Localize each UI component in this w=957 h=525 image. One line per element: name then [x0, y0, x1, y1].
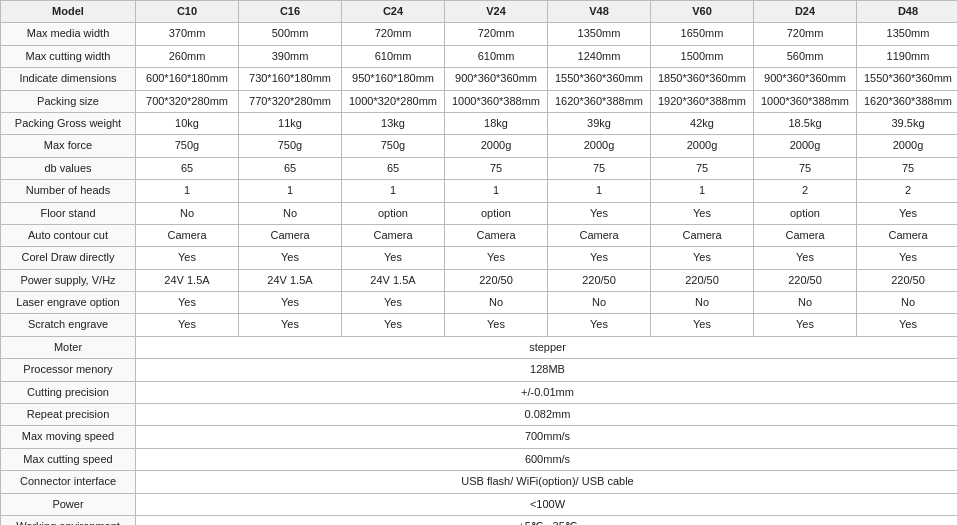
- cell-value: 1920*360*388mm: [651, 90, 754, 112]
- cell-value: Camera: [651, 224, 754, 246]
- cell-value: 1: [651, 180, 754, 202]
- table-row: Packing Gross weight10kg11kg13kg18kg39kg…: [1, 112, 958, 134]
- cell-value: 1: [548, 180, 651, 202]
- row-label: Number of heads: [1, 180, 136, 202]
- table-row: Processor menory128MB: [1, 359, 958, 381]
- cell-value: 1000*320*280mm: [342, 90, 445, 112]
- table-row: Connector interfaceUSB flash/ WiFi(optio…: [1, 471, 958, 493]
- cell-value: Camera: [136, 224, 239, 246]
- row-label: Max force: [1, 135, 136, 157]
- cell-value: 720mm: [445, 23, 548, 45]
- cell-value: 610mm: [342, 45, 445, 67]
- row-span-value: 700mm/s: [136, 426, 958, 448]
- column-header-c24: C24: [342, 1, 445, 23]
- row-label: Processor menory: [1, 359, 136, 381]
- cell-value: 1500mm: [651, 45, 754, 67]
- row-span-value: USB flash/ WiFi(option)/ USB cable: [136, 471, 958, 493]
- cell-value: No: [445, 292, 548, 314]
- cell-value: No: [651, 292, 754, 314]
- table-row: Scratch engraveYesYesYesYesYesYesYesYes: [1, 314, 958, 336]
- cell-value: 720mm: [342, 23, 445, 45]
- table-row: Repeat precision0.082mm: [1, 404, 958, 426]
- cell-value: 75: [754, 157, 857, 179]
- column-header-v48: V48: [548, 1, 651, 23]
- column-model-header: Model: [1, 1, 136, 23]
- cell-value: Yes: [136, 292, 239, 314]
- cell-value: 1620*360*388mm: [857, 90, 958, 112]
- cell-value: No: [857, 292, 958, 314]
- cell-value: 39kg: [548, 112, 651, 134]
- row-label: Laser engrave option: [1, 292, 136, 314]
- row-label: Floor stand: [1, 202, 136, 224]
- specs-table: ModelC10C16C24V24V48V60D24D48 Max media …: [0, 0, 957, 525]
- cell-value: 730*160*180mm: [239, 68, 342, 90]
- cell-value: 1850*360*360mm: [651, 68, 754, 90]
- cell-value: 18.5kg: [754, 112, 857, 134]
- cell-value: 2000g: [651, 135, 754, 157]
- cell-value: Yes: [239, 292, 342, 314]
- cell-value: 1350mm: [548, 23, 651, 45]
- cell-value: 770*320*280mm: [239, 90, 342, 112]
- cell-value: 2000g: [754, 135, 857, 157]
- specs-table-wrapper: ModelC10C16C24V24V48V60D24D48 Max media …: [0, 0, 957, 525]
- table-row: db values6565657575757575: [1, 157, 958, 179]
- cell-value: 1: [239, 180, 342, 202]
- row-label: Packing size: [1, 90, 136, 112]
- cell-value: 2: [857, 180, 958, 202]
- cell-value: Yes: [754, 247, 857, 269]
- cell-value: 1: [445, 180, 548, 202]
- column-header-v60: V60: [651, 1, 754, 23]
- cell-value: 220/50: [651, 269, 754, 291]
- table-row: Max media width370mm500mm720mm720mm1350m…: [1, 23, 958, 45]
- row-label: Repeat precision: [1, 404, 136, 426]
- column-header-d48: D48: [857, 1, 958, 23]
- table-row: Max cutting speed600mm/s: [1, 448, 958, 470]
- cell-value: Yes: [857, 314, 958, 336]
- row-span-value: +5℃ - 35℃: [136, 515, 958, 525]
- row-span-value: 128MB: [136, 359, 958, 381]
- row-label: Power: [1, 493, 136, 515]
- cell-value: Camera: [548, 224, 651, 246]
- table-row: Power supply, V/Hz24V 1.5A24V 1.5A24V 1.…: [1, 269, 958, 291]
- cell-value: Yes: [754, 314, 857, 336]
- cell-value: Yes: [548, 314, 651, 336]
- cell-value: Yes: [445, 247, 548, 269]
- cell-value: 600*160*180mm: [136, 68, 239, 90]
- cell-value: option: [342, 202, 445, 224]
- cell-value: 390mm: [239, 45, 342, 67]
- row-label: Scratch engrave: [1, 314, 136, 336]
- row-label: Working environment: [1, 515, 136, 525]
- cell-value: 1: [342, 180, 445, 202]
- row-label: Max cutting width: [1, 45, 136, 67]
- cell-value: 1620*360*388mm: [548, 90, 651, 112]
- cell-value: 750g: [136, 135, 239, 157]
- cell-value: No: [239, 202, 342, 224]
- row-label: Auto contour cut: [1, 224, 136, 246]
- cell-value: 1550*360*360mm: [857, 68, 958, 90]
- cell-value: 1: [136, 180, 239, 202]
- cell-value: Yes: [548, 202, 651, 224]
- table-body: Max media width370mm500mm720mm720mm1350m…: [1, 23, 958, 525]
- cell-value: 65: [239, 157, 342, 179]
- column-header-d24: D24: [754, 1, 857, 23]
- cell-value: 500mm: [239, 23, 342, 45]
- cell-value: 220/50: [857, 269, 958, 291]
- table-row: Moterstepper: [1, 336, 958, 358]
- row-span-value: 0.082mm: [136, 404, 958, 426]
- cell-value: 900*360*360mm: [754, 68, 857, 90]
- cell-value: 1190mm: [857, 45, 958, 67]
- cell-value: 65: [136, 157, 239, 179]
- row-span-value: +/-0.01mm: [136, 381, 958, 403]
- cell-value: 950*160*180mm: [342, 68, 445, 90]
- cell-value: Camera: [239, 224, 342, 246]
- cell-value: 18kg: [445, 112, 548, 134]
- cell-value: No: [136, 202, 239, 224]
- row-label: Indicate dimensions: [1, 68, 136, 90]
- row-label: Power supply, V/Hz: [1, 269, 136, 291]
- table-row: Packing size700*320*280mm770*320*280mm10…: [1, 90, 958, 112]
- column-header-c16: C16: [239, 1, 342, 23]
- cell-value: 610mm: [445, 45, 548, 67]
- cell-value: Yes: [136, 247, 239, 269]
- cell-value: option: [754, 202, 857, 224]
- row-label: Max moving speed: [1, 426, 136, 448]
